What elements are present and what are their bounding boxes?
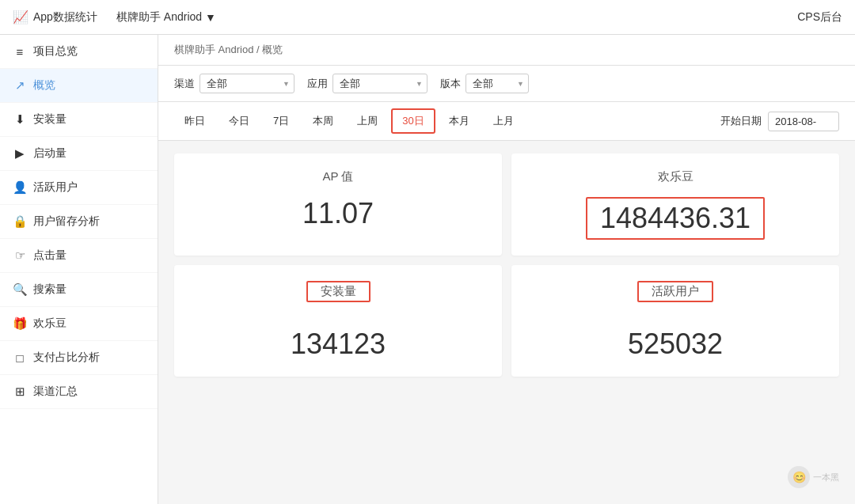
sidebar: ≡ 项目总览 ↗ 概览 ⬇ 安装量 ▶ 启动量 👤 活跃用户 🔒 用户留存分析 … bbox=[0, 35, 158, 504]
sidebar-item-beans[interactable]: 🎁 欢乐豆 bbox=[0, 307, 158, 341]
payment-icon: □ bbox=[13, 351, 27, 365]
sidebar-label-active-users: 活跃用户 bbox=[33, 180, 78, 195]
stat-card-installs: 安装量 134123 bbox=[174, 265, 502, 377]
cps-link[interactable]: CPS后台 bbox=[797, 10, 842, 25]
beans-value: 1484436.31 bbox=[586, 197, 765, 240]
sidebar-item-payment[interactable]: □ 支付占比分析 bbox=[0, 341, 158, 375]
sidebar-label-retention: 用户留存分析 bbox=[33, 214, 100, 229]
sidebar-label-launches: 启动量 bbox=[33, 146, 66, 161]
active-users-icon: 👤 bbox=[13, 180, 27, 195]
tab-thisweek[interactable]: 本周 bbox=[302, 109, 344, 133]
date-tabs-bar: 昨日 今日 7日 本周 上周 30日 本月 上月 开始日期 bbox=[158, 102, 855, 141]
top-nav-left: 📈 App数据统计 棋牌助手 Andriod ▼ bbox=[13, 9, 216, 25]
app-label: 棋牌助手 Andriod bbox=[116, 10, 202, 25]
launches-icon: ▶ bbox=[13, 146, 27, 161]
channel-filter-label: 渠道 bbox=[174, 77, 195, 91]
chart-icon: 📈 bbox=[13, 9, 28, 25]
tab-lastmonth[interactable]: 上月 bbox=[483, 109, 524, 133]
clicks-icon: ☞ bbox=[13, 248, 27, 263]
tab-30days[interactable]: 30日 bbox=[391, 108, 435, 134]
ap-value: 11.07 bbox=[190, 197, 486, 230]
channel-select-wrapper[interactable]: 全部 bbox=[200, 74, 294, 93]
sidebar-label-project: 项目总览 bbox=[33, 44, 78, 59]
sidebar-item-clicks[interactable]: ☞ 点击量 bbox=[0, 239, 158, 273]
app-filter-group: 应用 全部 bbox=[307, 74, 428, 93]
sidebar-item-project[interactable]: ≡ 项目总览 bbox=[0, 35, 158, 69]
sidebar-item-active-users[interactable]: 👤 活跃用户 bbox=[0, 171, 158, 205]
sidebar-label-channels: 渠道汇总 bbox=[33, 385, 78, 399]
main-layout: ≡ 项目总览 ↗ 概览 ⬇ 安装量 ▶ 启动量 👤 活跃用户 🔒 用户留存分析 … bbox=[0, 35, 855, 504]
ap-label: AP 值 bbox=[190, 169, 486, 184]
brand-label: App数据统计 bbox=[33, 10, 97, 25]
sidebar-label-clicks: 点击量 bbox=[33, 248, 66, 263]
sidebar-item-channels[interactable]: ⊞ 渠道汇总 bbox=[0, 375, 158, 409]
brand-link[interactable]: 📈 App数据统计 bbox=[13, 9, 97, 25]
app-arrow-icon: ▼ bbox=[205, 11, 216, 24]
overview-icon: ↗ bbox=[13, 78, 27, 93]
channels-icon: ⊞ bbox=[13, 385, 27, 399]
sidebar-item-search[interactable]: 🔍 搜索量 bbox=[0, 273, 158, 307]
app-select-wrapper[interactable]: 全部 bbox=[332, 74, 428, 93]
active-users-label: 活跃用户 bbox=[637, 281, 713, 302]
sidebar-item-overview[interactable]: ↗ 概览 bbox=[0, 69, 158, 103]
top-nav: 📈 App数据统计 棋牌助手 Andriod ▼ CPS后台 bbox=[0, 0, 855, 35]
tab-lastweek[interactable]: 上周 bbox=[347, 109, 388, 133]
date-range-group: 开始日期 bbox=[720, 112, 839, 131]
watermark-text: 一本黑 bbox=[813, 472, 839, 483]
version-filter-label: 版本 bbox=[440, 77, 461, 91]
version-select-wrapper[interactable]: 全部 bbox=[466, 74, 529, 93]
channel-select[interactable]: 全部 bbox=[200, 74, 294, 93]
content-area: 棋牌助手 Andriod / 概览 渠道 全部 应用 全部 bbox=[158, 35, 855, 504]
beans-icon: 🎁 bbox=[13, 316, 27, 331]
retention-icon: 🔒 bbox=[13, 214, 27, 229]
tab-thismonth[interactable]: 本月 bbox=[439, 109, 480, 133]
installs-value: 134123 bbox=[190, 328, 486, 361]
tab-7days[interactable]: 7日 bbox=[263, 109, 299, 133]
date-start-input[interactable] bbox=[768, 112, 839, 131]
sidebar-label-beans: 欢乐豆 bbox=[33, 316, 66, 331]
sidebar-item-launches[interactable]: ▶ 启动量 bbox=[0, 137, 158, 171]
sidebar-item-retention[interactable]: 🔒 用户留存分析 bbox=[0, 205, 158, 239]
version-filter-group: 版本 全部 bbox=[440, 74, 529, 93]
filters-bar: 渠道 全部 应用 全部 版本 全部 bbox=[158, 66, 855, 102]
tab-today[interactable]: 今日 bbox=[218, 109, 260, 133]
watermark-icon: 😊 bbox=[788, 466, 810, 488]
stat-card-ap: AP 值 11.07 bbox=[174, 153, 502, 256]
active-users-value: 525032 bbox=[527, 328, 823, 361]
beans-label: 欢乐豆 bbox=[527, 169, 823, 184]
sidebar-item-installs[interactable]: ⬇ 安装量 bbox=[0, 103, 158, 137]
installs-label: 安装量 bbox=[306, 281, 370, 302]
stats-grid: AP 值 11.07 欢乐豆 1484436.31 安装量 134123 活跃用… bbox=[158, 141, 855, 389]
stat-card-beans: 欢乐豆 1484436.31 bbox=[511, 153, 839, 256]
sidebar-label-overview: 概览 bbox=[33, 78, 55, 93]
watermark: 😊 一本黑 bbox=[788, 466, 839, 488]
sidebar-label-payment: 支付占比分析 bbox=[33, 351, 100, 365]
app-filter-label: 应用 bbox=[307, 77, 328, 91]
stat-card-active-users: 活跃用户 525032 bbox=[511, 265, 839, 377]
version-select[interactable]: 全部 bbox=[466, 74, 529, 93]
sidebar-label-search: 搜索量 bbox=[33, 282, 66, 297]
search-icon: 🔍 bbox=[13, 282, 27, 297]
tab-yesterday[interactable]: 昨日 bbox=[174, 109, 215, 133]
menu-icon: ≡ bbox=[13, 45, 27, 59]
breadcrumb-path: 棋牌助手 Andriod / 概览 bbox=[174, 44, 283, 55]
breadcrumb: 棋牌助手 Andriod / 概览 bbox=[158, 35, 855, 66]
app-select[interactable]: 全部 bbox=[332, 74, 428, 93]
app-selector[interactable]: 棋牌助手 Andriod ▼ bbox=[116, 10, 216, 25]
sidebar-label-installs: 安装量 bbox=[33, 112, 66, 127]
channel-filter-group: 渠道 全部 bbox=[174, 74, 294, 93]
installs-icon: ⬇ bbox=[13, 112, 27, 127]
date-range-label: 开始日期 bbox=[720, 114, 762, 128]
